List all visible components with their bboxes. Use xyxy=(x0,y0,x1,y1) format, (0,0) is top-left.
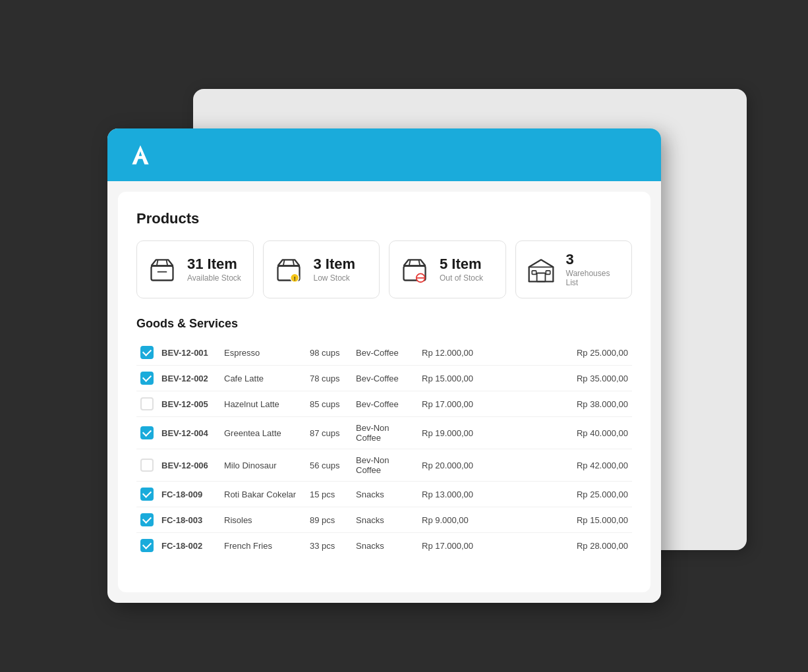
category-cell-0: Bev-Coffee xyxy=(352,340,418,366)
stat-warehouses-label: Warehouses List xyxy=(566,269,623,287)
table-row[interactable]: BEV-12-004 Greentea Latte 87 cups Bev-No… xyxy=(136,417,632,449)
stat-low-info: 3 Item Low Stock xyxy=(314,256,356,283)
checkbox-0[interactable] xyxy=(140,346,154,359)
price1-cell-1: Rp 15.000,00 xyxy=(418,366,484,391)
checkbox-cell-1[interactable] xyxy=(136,366,158,391)
category-cell-6: Snacks xyxy=(352,507,418,533)
table-row[interactable]: BEV-12-002 Cafe Latte 78 cups Bev-Coffee… xyxy=(136,366,632,391)
category-cell-1: Bev-Coffee xyxy=(352,366,418,391)
price1-cell-2: Rp 17.000,00 xyxy=(418,391,484,417)
sku-cell-7: FC-18-002 xyxy=(158,533,220,559)
stat-available-info: 31 Item Available Stock xyxy=(187,256,241,283)
app-logo xyxy=(126,140,155,169)
category-cell-7: Snacks xyxy=(352,533,418,559)
checkbox-4[interactable] xyxy=(140,459,154,472)
box-blocked-icon xyxy=(399,254,430,285)
price2-cell-6: Rp 15.000,00 xyxy=(484,507,632,533)
checkbox-cell-4[interactable] xyxy=(136,449,158,482)
category-cell-4: Bev-Non Coffee xyxy=(352,449,418,482)
table-row[interactable]: BEV-12-001 Espresso 98 cups Bev-Coffee R… xyxy=(136,340,632,366)
stat-low-label: Low Stock xyxy=(314,273,356,283)
checkbox-7[interactable] xyxy=(140,539,154,552)
category-cell-3: Bev-Non Coffee xyxy=(352,417,418,449)
stat-available[interactable]: 31 Item Available Stock xyxy=(136,240,254,298)
stat-outofstock-label: Out of Stock xyxy=(440,273,483,283)
qty-cell-1: 78 cups xyxy=(306,366,352,391)
name-cell-2: Hazelnut Latte xyxy=(220,391,306,417)
table-row[interactable]: FC-18-009 Roti Bakar Cokelar 15 pcs Snac… xyxy=(136,482,632,507)
price1-cell-4: Rp 20.000,00 xyxy=(418,449,484,482)
sku-cell-4: BEV-12-006 xyxy=(158,449,220,482)
category-cell-2: Bev-Coffee xyxy=(352,391,418,417)
stat-outofstock[interactable]: 5 Item Out of Stock xyxy=(389,240,506,298)
checkbox-5[interactable] xyxy=(140,488,154,501)
scene: Products xyxy=(107,89,701,583)
name-cell-5: Roti Bakar Cokelar xyxy=(220,482,306,507)
qty-cell-7: 33 pcs xyxy=(306,533,352,559)
price2-cell-3: Rp 40.000,00 xyxy=(484,417,632,449)
table-row[interactable]: FC-18-002 French Fries 33 pcs Snacks Rp … xyxy=(136,533,632,559)
card-body: Products xyxy=(118,192,650,592)
price2-cell-4: Rp 42.000,00 xyxy=(484,449,632,482)
checkbox-1[interactable] xyxy=(140,372,154,385)
checkbox-6[interactable] xyxy=(140,513,154,526)
price2-cell-1: Rp 35.000,00 xyxy=(484,366,632,391)
checkbox-cell-7[interactable] xyxy=(136,533,158,559)
stat-available-number: 31 Item xyxy=(187,256,241,272)
svg-rect-6 xyxy=(536,273,545,282)
checkbox-cell-3[interactable] xyxy=(136,417,158,449)
svg-text:!: ! xyxy=(293,275,295,282)
stat-outofstock-number: 5 Item xyxy=(440,256,483,272)
checkbox-cell-0[interactable] xyxy=(136,340,158,366)
stats-grid: 31 Item Available Stock xyxy=(136,240,632,298)
table-row[interactable]: FC-18-003 Risoles 89 pcs Snacks Rp 9.000… xyxy=(136,507,632,533)
checkbox-cell-6[interactable] xyxy=(136,507,158,533)
card-front: Products xyxy=(107,128,661,603)
table-row[interactable]: BEV-12-005 Hazelnut Latte 85 cups Bev-Co… xyxy=(136,391,632,417)
checkbox-cell-5[interactable] xyxy=(136,482,158,507)
sku-cell-0: BEV-12-001 xyxy=(158,340,220,366)
stat-outofstock-info: 5 Item Out of Stock xyxy=(440,256,483,283)
price2-cell-7: Rp 28.000,00 xyxy=(484,533,632,559)
table-row[interactable]: BEV-12-006 Milo Dinosaur 56 cups Bev-Non… xyxy=(136,449,632,482)
price2-cell-2: Rp 38.000,00 xyxy=(484,391,632,417)
goods-section: Goods & Services BEV-12-001 Espresso 98 … xyxy=(136,317,632,558)
goods-title: Goods & Services xyxy=(136,317,632,331)
name-cell-1: Cafe Latte xyxy=(220,366,306,391)
stat-warehouses[interactable]: 3 Warehouses List xyxy=(515,240,633,298)
box-warning-icon: ! xyxy=(273,254,304,285)
name-cell-0: Espresso xyxy=(220,340,306,366)
box-icon xyxy=(146,254,178,285)
sku-cell-6: FC-18-003 xyxy=(158,507,220,533)
category-cell-5: Snacks xyxy=(352,482,418,507)
svg-rect-0 xyxy=(152,266,173,281)
price1-cell-6: Rp 9.000,00 xyxy=(418,507,484,533)
sku-cell-5: FC-18-009 xyxy=(158,482,220,507)
svg-rect-8 xyxy=(546,271,550,275)
sku-cell-1: BEV-12-002 xyxy=(158,366,220,391)
stat-warehouses-number: 3 xyxy=(566,252,623,267)
stat-low-number: 3 Item xyxy=(314,256,356,272)
checkbox-3[interactable] xyxy=(140,426,154,439)
qty-cell-3: 87 cups xyxy=(306,417,352,449)
stat-available-label: Available Stock xyxy=(187,273,241,283)
warehouse-icon xyxy=(525,254,557,285)
name-cell-4: Milo Dinosaur xyxy=(220,449,306,482)
qty-cell-0: 98 cups xyxy=(306,340,352,366)
price1-cell-7: Rp 17.000,00 xyxy=(418,533,484,559)
checkbox-cell-2[interactable] xyxy=(136,391,158,417)
stat-low[interactable]: ! 3 Item Low Stock xyxy=(263,240,380,298)
goods-table: BEV-12-001 Espresso 98 cups Bev-Coffee R… xyxy=(136,340,632,558)
price2-cell-5: Rp 25.000,00 xyxy=(484,482,632,507)
price1-cell-5: Rp 13.000,00 xyxy=(418,482,484,507)
name-cell-3: Greentea Latte xyxy=(220,417,306,449)
products-title: Products xyxy=(136,210,632,227)
qty-cell-2: 85 cups xyxy=(306,391,352,417)
app-header xyxy=(107,128,661,181)
qty-cell-4: 56 cups xyxy=(306,449,352,482)
checkbox-2[interactable] xyxy=(140,397,154,410)
qty-cell-6: 89 pcs xyxy=(306,507,352,533)
qty-cell-5: 15 pcs xyxy=(306,482,352,507)
name-cell-7: French Fries xyxy=(220,533,306,559)
svg-rect-7 xyxy=(532,271,536,275)
